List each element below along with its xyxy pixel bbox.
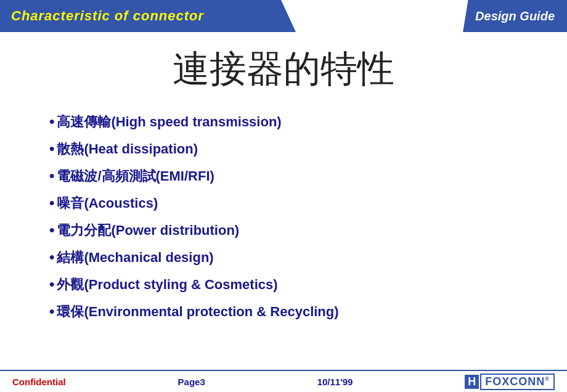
footer-date: 10/11'99 [317,377,353,387]
bullet-item-3: 噪音(Acoustics) [49,194,518,213]
page-main-title: 連接器的特性 [49,44,518,94]
bullet-item-7: 環保(Environmental protection & Recycling) [49,303,518,321]
page-footer: Confidential Page3 10/11'99 H FOXCONN® [0,370,567,392]
foxconn-h-letter: H [465,375,479,389]
page-header: Characteristic of connector Design Guide [0,0,567,32]
foxconn-brand-text: FOXCONN® [480,374,555,390]
characteristics-list: 高速傳輸(High speed transmission)散熱(Heat dis… [49,113,518,321]
footer-page: Page3 [178,377,205,387]
foxconn-logo: H FOXCONN® [465,374,555,390]
header-title-bar: Characteristic of connector [0,0,296,32]
foxconn-registered: ® [545,376,550,382]
main-content: 連接器的特性 高速傳輸(High speed transmission)散熱(H… [0,32,567,342]
header-design-guide: Design Guide [463,0,567,32]
bullet-item-2: 電磁波/高頻測試(EMI/RFI) [49,167,518,186]
footer-confidential: Confidential [12,377,66,387]
bullet-item-4: 電力分配(Power distribution) [49,221,518,240]
header-title-text: Characteristic of connector [11,8,204,24]
bullet-item-6: 外觀(Product styling & Cosmetics) [49,276,518,294]
bullet-item-1: 散熱(Heat dissipation) [49,140,518,158]
design-guide-text: Design Guide [475,9,555,23]
bullet-item-5: 結構(Mechanical design) [49,248,518,267]
bullet-item-0: 高速傳輸(High speed transmission) [49,113,518,131]
